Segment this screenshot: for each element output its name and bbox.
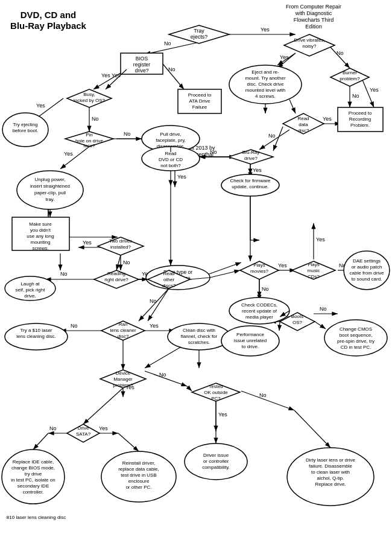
svg-text:Read: Read	[163, 271, 174, 276]
svg-text:movies?: movies?	[250, 268, 268, 274]
svg-line-234	[210, 270, 240, 278]
svg-text:Eject and re-: Eject and re-	[251, 69, 279, 75]
replace-ide-oval	[2, 450, 65, 504]
svg-text:SATA?: SATA?	[76, 431, 91, 437]
svg-line-226	[187, 386, 192, 391]
svg-text:No: No	[60, 271, 68, 277]
svg-text:Failure: Failure	[192, 104, 207, 110]
svg-text:issue unrelated: issue unrelated	[234, 338, 267, 343]
svg-text:controller.: controller.	[23, 489, 44, 495]
svg-text:Tray: Tray	[194, 28, 204, 34]
svg-text:test drive in USB: test drive in USB	[121, 472, 157, 478]
svg-text:noisy?: noisy?	[302, 43, 317, 49]
svg-text:Read: Read	[297, 116, 309, 121]
svg-text:Yes: Yes	[316, 237, 325, 243]
svg-text:register: register	[133, 62, 151, 68]
svg-text:Tested: Tested	[209, 384, 223, 389]
svg-text:tray.: tray.	[46, 197, 55, 202]
svg-line-212	[273, 127, 283, 151]
svg-text:BIOS: BIOS	[136, 56, 148, 62]
svg-text:problem?: problem?	[340, 76, 360, 81]
svg-text:update, continue.: update, continue.	[232, 184, 268, 189]
svg-text:OK outside: OK outside	[204, 390, 228, 395]
svg-line-223	[118, 433, 139, 451]
svg-text:Yes: Yes	[253, 167, 262, 173]
svg-text:No: No	[259, 392, 267, 398]
change-cmos-oval	[324, 320, 387, 356]
source-line1: From Computer Repair	[286, 4, 341, 10]
svg-text:locked by OS?: locked by OS?	[74, 98, 106, 103]
svg-line-225	[294, 410, 330, 448]
svg-text:disc?: disc?	[118, 334, 129, 339]
flowchart-container: DVD, CD and Blu-Ray Playback From Comput…	[0, 0, 392, 537]
svg-text:right drive?: right drive?	[104, 277, 128, 282]
svg-text:mounting: mounting	[31, 240, 51, 245]
svg-text:Burner: Burner	[343, 70, 357, 75]
svg-text:No: No	[124, 131, 131, 137]
svg-text:or controller: or controller	[203, 459, 229, 464]
svg-text:CDs?: CDs?	[308, 274, 320, 279]
svg-text:Problem.: Problem.	[350, 122, 370, 128]
svg-line-3	[145, 42, 199, 54]
svg-text:secondary IDE: secondary IDE	[17, 483, 49, 489]
svg-line-47	[139, 288, 169, 321]
svg-text:Blu-Ray: Blu-Ray	[242, 150, 259, 155]
svg-text:Drive: Drive	[78, 425, 89, 431]
svg-line-219	[116, 255, 121, 270]
svg-text:Recording: Recording	[349, 116, 371, 122]
svg-text:No: No	[268, 133, 276, 139]
svg-text:Yes: Yes	[36, 103, 45, 109]
svg-text:or other PC.: or other PC.	[125, 485, 151, 490]
svg-text:Performance: Performance	[236, 332, 264, 337]
svg-text:Yes: Yes	[99, 425, 108, 431]
svg-text:Laugh at: Laugh at	[21, 281, 40, 287]
svg-text:mounted level with: mounted level with	[245, 87, 285, 93]
svg-line-222	[33, 433, 48, 450]
svg-text:CD in test PC.: CD in test PC.	[341, 345, 371, 350]
svg-text:No: No	[168, 66, 175, 72]
svg-text:to sound card.: to sound card.	[352, 276, 382, 282]
svg-line-19	[329, 45, 350, 68]
svg-text:Plays: Plays	[308, 262, 320, 267]
svg-text:lens cleaner: lens cleaner	[110, 328, 136, 333]
svg-text:Proceed to: Proceed to	[349, 110, 372, 116]
svg-text:Yes: Yes	[64, 151, 73, 157]
svg-text:Boots: Boots	[291, 314, 303, 319]
svg-text:Yes: Yes	[278, 262, 287, 268]
svg-text:discs?: discs?	[162, 283, 176, 288]
svg-text:compatibility.: compatibility.	[202, 465, 230, 470]
svg-text:Busy,: Busy,	[83, 92, 95, 97]
svg-text:drive?: drive?	[134, 68, 148, 74]
svg-text:Yes: Yes	[323, 116, 332, 122]
svg-text:or audio patch: or audio patch	[352, 264, 382, 270]
svg-text:Reading: Reading	[107, 271, 125, 276]
svg-text:use any long: use any long	[27, 234, 54, 239]
svg-text:disc?: disc?	[298, 128, 309, 133]
svg-text:disc. Check drive: disc. Check drive	[247, 81, 284, 87]
svg-text:media player: media player	[245, 314, 273, 320]
svg-text:drive?: drive?	[244, 156, 258, 161]
main-title-2: Blu-Ray Playback	[10, 21, 87, 31]
svg-text:No: No	[92, 116, 99, 122]
svg-text:music: music	[308, 268, 320, 273]
svg-line-23	[362, 78, 374, 107]
svg-text:No: No	[320, 306, 327, 312]
svg-text:4 screws.: 4 screws.	[255, 94, 276, 99]
svg-text:Replace drive.: Replace drive.	[315, 481, 346, 487]
svg-text:Ran: Ran	[119, 322, 128, 327]
svg-line-13	[60, 147, 89, 169]
svg-text:Pin: Pin	[86, 132, 93, 138]
svg-text:Dirty laser lens or drive: Dirty laser lens or drive	[306, 457, 355, 463]
svg-text:DVD or CD: DVD or CD	[159, 157, 183, 162]
svg-text:Manager: Manager	[113, 377, 133, 382]
svg-text:face?: face?	[83, 143, 95, 148]
svg-text:replace data cable,: replace data cable,	[118, 466, 159, 472]
svg-text:self, pick right: self, pick right	[16, 287, 46, 293]
source-line3: Flowcharts Third	[294, 17, 334, 23]
svg-line-229	[279, 322, 280, 331]
svg-text:Two drives: Two drives	[109, 238, 132, 244]
svg-text:Yes: Yes	[112, 72, 121, 78]
svg-text:to clean laser with: to clean laser with	[311, 469, 350, 475]
svg-text:to drive.: to drive.	[242, 344, 259, 349]
svg-text:Pull drive,: Pull drive,	[160, 132, 181, 137]
